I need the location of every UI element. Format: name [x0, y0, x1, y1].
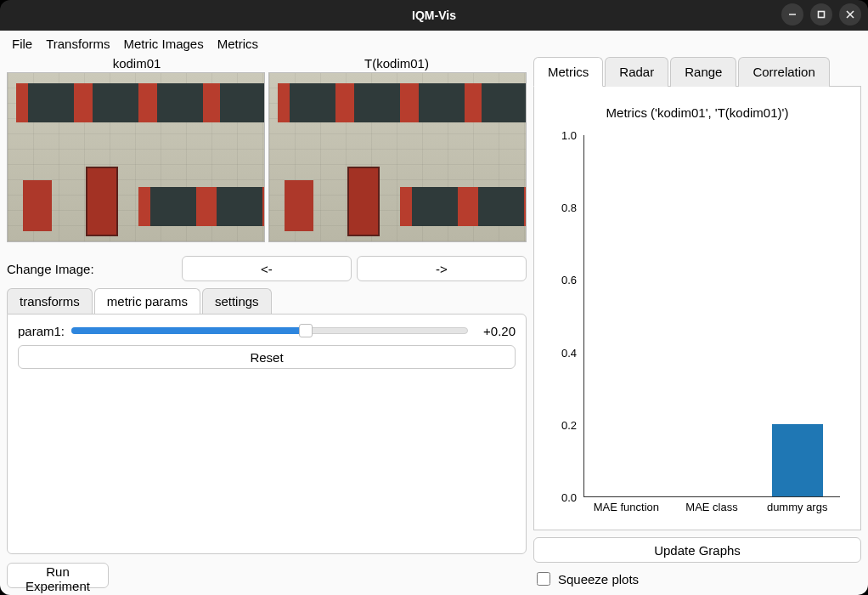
titlebar: IQM-Vis: [0, 0, 868, 31]
menu-file[interactable]: File: [12, 37, 32, 51]
param1-value: +0.20: [475, 324, 516, 338]
squeeze-label: Squeeze plots: [558, 572, 639, 586]
svg-rect-1: [819, 12, 825, 18]
app-window: IQM-Vis File Transforms Metric Images Me…: [0, 0, 868, 595]
metric-pane: Metrics ('kodim01', 'T(kodim01)') 0.00.2…: [533, 87, 861, 530]
reset-button[interactable]: Reset: [18, 345, 516, 369]
menu-metrics[interactable]: Metrics: [217, 37, 258, 51]
next-image-button[interactable]: ->: [357, 256, 527, 281]
tab-correlation[interactable]: Correlation: [738, 57, 829, 87]
run-experiment-button[interactable]: Run Experiment: [7, 563, 109, 588]
chart-bar: [772, 424, 823, 496]
param1-label: param1:: [18, 324, 65, 338]
update-graphs-button[interactable]: Update Graphs: [533, 537, 861, 563]
window-controls: [781, 3, 861, 26]
chart-xticks: MAE functionMAE classdummy args: [583, 501, 840, 523]
metric-tabs: Metrics Radar Range Correlation: [533, 56, 861, 87]
image-label-original: kodim01: [7, 56, 267, 72]
right-panel: Metrics Radar Range Correlation Metrics …: [533, 56, 861, 588]
menu-metric-images[interactable]: Metric Images: [123, 37, 203, 51]
param-pane: param1: +0.20 Reset: [7, 314, 527, 554]
window-title: IQM-Vis: [0, 8, 868, 22]
close-button[interactable]: [839, 3, 861, 26]
param1-slider[interactable]: [71, 323, 468, 338]
left-panel: kodim01 T(kodim01): [7, 56, 527, 588]
tab-transforms[interactable]: transforms: [7, 288, 93, 314]
tab-metric-params[interactable]: metric params: [94, 288, 200, 314]
prev-image-button[interactable]: <-: [182, 256, 352, 281]
minimize-button[interactable]: [781, 3, 803, 26]
squeeze-checkbox[interactable]: [537, 572, 550, 586]
chart-title: Metrics ('kodim01', 'T(kodim01)'): [541, 105, 854, 120]
image-original: [7, 72, 265, 242]
tab-settings[interactable]: settings: [202, 288, 272, 314]
tab-metrics[interactable]: Metrics: [533, 57, 603, 87]
menu-transforms[interactable]: Transforms: [46, 37, 110, 51]
maximize-button[interactable]: [810, 3, 832, 26]
content-area: File Transforms Metric Images Metrics ko…: [0, 31, 868, 595]
menubar: File Transforms Metric Images Metrics: [7, 31, 861, 56]
tab-radar[interactable]: Radar: [605, 57, 668, 87]
squeeze-row: Squeeze plots: [533, 570, 861, 588]
image-transformed: [268, 72, 527, 242]
change-image-row: Change Image: <- ->: [7, 256, 527, 281]
tab-range[interactable]: Range: [670, 57, 736, 87]
change-image-label: Change Image:: [7, 262, 177, 276]
param-tabs: transforms metric params settings: [7, 288, 527, 314]
chart-area: 0.00.20.40.60.81.0 MAE functionMAE class…: [546, 127, 848, 523]
param1-row: param1: +0.20: [18, 323, 516, 338]
image-label-transformed: T(kodim01): [267, 56, 527, 72]
chart-plot: [583, 135, 840, 497]
chart-yticks: 0.00.20.40.60.81.0: [546, 135, 580, 497]
